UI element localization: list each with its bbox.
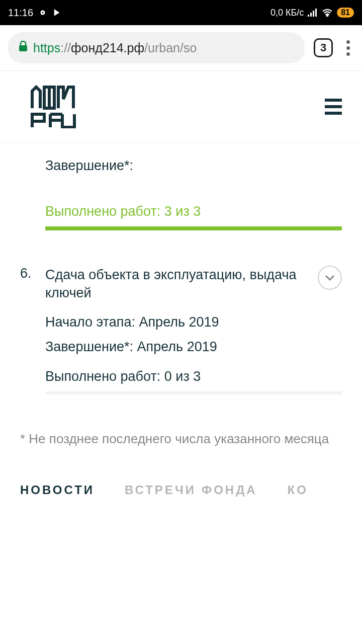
stage-5-end: Завершение*:	[45, 158, 342, 174]
svg-rect-7	[19, 45, 27, 51]
stage-6-num: 6.	[20, 266, 32, 281]
status-right: 0,0 КБ/с 81	[270, 8, 354, 18]
battery-indicator: 81	[337, 8, 354, 18]
browser-menu-button[interactable]	[342, 40, 354, 56]
stage-6-works-done: Выполнено работ: 0 из 3	[45, 369, 342, 384]
url-bar[interactable]: https://фонд214.рф/urban/so	[8, 32, 305, 63]
status-bar: 11:16 0,0 КБ/с 81	[0, 0, 362, 25]
play-icon	[52, 8, 61, 17]
svg-rect-4	[313, 11, 314, 17]
stage-6-progress	[45, 391, 342, 394]
tabs: НОВОСТИ ВСТРЕЧИ ФОНДА КО	[0, 468, 362, 502]
expand-button[interactable]	[318, 266, 342, 290]
stage-6: 6. Сдача объекта в эксплуатацию, выдача …	[20, 266, 342, 394]
tab-count-button[interactable]: 3	[314, 38, 333, 57]
tab-meetings[interactable]: ВСТРЕЧИ ФОНДА	[125, 483, 257, 497]
svg-rect-5	[315, 9, 317, 17]
stage-5-progress	[45, 226, 342, 230]
tab-ko[interactable]: КО	[288, 483, 308, 497]
status-speed: 0,0 КБ/с	[270, 8, 304, 18]
url-path: /urban/so	[144, 41, 197, 55]
stage-6-end: Завершение*: Апрель 2019	[45, 339, 342, 355]
stage-5-progress-fill	[45, 226, 342, 230]
music-icon	[38, 8, 47, 17]
stage-5-works-done: Выполнено работ: 3 из 3	[45, 204, 342, 219]
content: Завершение*: Выполнено работ: 3 из 3 6. …	[0, 143, 362, 468]
status-left: 11:16	[8, 7, 61, 19]
footnote: * Не позднее последнего числа указанного…	[20, 430, 342, 468]
url-scheme: https	[33, 41, 60, 55]
svg-point-6	[327, 15, 328, 17]
stage-6-title: Сдача объекта в эксплуатацию, выдача клю…	[45, 266, 342, 302]
page-header	[0, 71, 362, 143]
url-host: фонд214.рф	[71, 41, 144, 55]
stage-5-partial: Завершение*: Выполнено работ: 3 из 3	[20, 158, 342, 230]
browser-chrome: https://фонд214.рф/urban/so 3	[0, 25, 362, 71]
url-sep: ://	[60, 41, 71, 55]
stage-6-start: Начало этапа: Апрель 2019	[45, 314, 342, 330]
logo[interactable]	[30, 85, 76, 128]
svg-point-1	[42, 12, 44, 14]
signal-icon	[308, 9, 318, 17]
svg-rect-2	[308, 15, 309, 17]
tab-news[interactable]: НОВОСТИ	[20, 483, 95, 497]
svg-rect-3	[310, 13, 312, 17]
hamburger-menu[interactable]	[325, 99, 342, 115]
wifi-icon	[322, 9, 333, 17]
status-time: 11:16	[8, 7, 33, 19]
lock-icon	[18, 40, 28, 55]
